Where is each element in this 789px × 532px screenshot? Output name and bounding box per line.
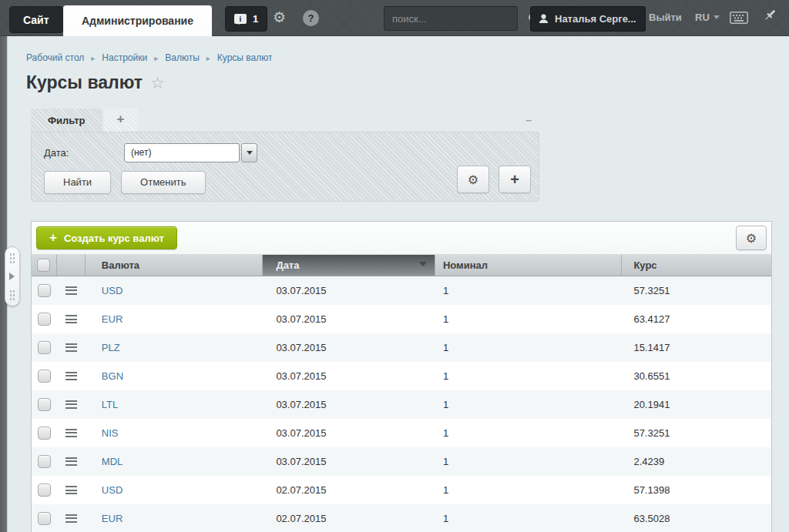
grid-settings-gear-button[interactable]: ⚙ (736, 226, 767, 250)
breadcrumb-desktop[interactable]: Рабочий стол (26, 52, 84, 63)
chevron-down-icon (247, 151, 253, 158)
currency-link[interactable]: MDL (102, 456, 123, 467)
table-row: MDL 03.07.2015 1 2.4239 (32, 447, 771, 476)
row-menu-icon[interactable] (65, 429, 77, 437)
date-cell: 03.07.2015 (263, 390, 435, 419)
settings-gear-icon[interactable]: ⚙ (273, 8, 286, 27)
user-name: Наталья Серге... (555, 13, 636, 25)
breadcrumb-settings[interactable]: Настройки (102, 52, 147, 63)
row-menu-header (57, 255, 86, 276)
date-cell: 03.07.2015 (263, 305, 435, 333)
date-cell: 02.07.2015 (263, 476, 435, 504)
tab-filter[interactable]: Фильтр (31, 109, 102, 132)
table-row: EUR 03.07.2015 1 63.4127 (32, 305, 771, 333)
breadcrumb-currency-rates[interactable]: Курсы валют (217, 52, 273, 63)
row-checkbox[interactable] (38, 455, 51, 468)
nominal-cell: 1 (435, 390, 622, 419)
nominal-cell: 1 (435, 305, 622, 333)
pin-icon[interactable] (761, 8, 778, 26)
currency-link[interactable]: USD (102, 285, 123, 296)
page-title: Курсы валют (26, 72, 143, 93)
date-filter-select[interactable]: (нет) (124, 143, 257, 162)
row-menu-icon[interactable] (65, 400, 77, 409)
create-rate-label: Создать курс валют (64, 233, 164, 244)
filter-settings-gear-button[interactable]: ⚙ (457, 166, 489, 193)
row-menu-icon[interactable] (65, 457, 77, 466)
table-row: BGN 03.07.2015 1 30.6551 (32, 362, 771, 390)
nominal-cell: 1 (435, 419, 622, 447)
find-button[interactable]: Найти (44, 171, 111, 194)
logout-link[interactable]: Выйти (649, 12, 682, 23)
row-menu-icon[interactable] (65, 372, 77, 380)
notification-bubble-icon: i (234, 14, 247, 24)
language-label: RU (695, 12, 710, 23)
currency-link[interactable]: EUR (102, 513, 123, 524)
select-all-checkbox[interactable] (37, 259, 50, 272)
cancel-button[interactable]: Отменить (121, 171, 205, 194)
language-selector[interactable]: RU (695, 12, 720, 23)
breadcrumb-separator-icon: ▸ (206, 54, 210, 62)
currency-link[interactable]: USD (102, 484, 123, 496)
table-header: Валюта Дата Номинал Курс (32, 255, 771, 276)
row-checkbox[interactable] (38, 483, 51, 497)
date-cell: 03.07.2015 (263, 333, 435, 362)
minimize-filter-button[interactable]: – (525, 115, 532, 125)
search-input[interactable] (392, 13, 528, 25)
row-checkbox[interactable] (38, 370, 51, 383)
row-checkbox[interactable] (38, 284, 51, 297)
nominal-cell: 1 (435, 447, 622, 476)
currency-rates-grid: + Создать курс валют ⚙ Валюта Дата Номин… (31, 221, 772, 532)
create-rate-button[interactable]: + Создать курс валют (36, 226, 177, 249)
table-row: LTL 03.07.2015 1 20.1941 (32, 390, 771, 419)
add-filter-tab-button[interactable]: + (104, 109, 138, 132)
row-checkbox[interactable] (38, 427, 51, 440)
help-icon[interactable]: ? (303, 10, 319, 26)
user-menu-button[interactable]: Наталья Серге... (530, 6, 646, 32)
column-header-date[interactable]: Дата (263, 255, 435, 276)
expand-arrow-icon (9, 273, 18, 280)
sort-desc-icon (419, 262, 427, 270)
breadcrumb-separator-icon: ▸ (91, 54, 95, 62)
table-row: PLZ 03.07.2015 1 15.1417 (32, 333, 771, 362)
grid-toolbar: + Создать курс валют ⚙ (32, 222, 771, 255)
user-icon (539, 14, 549, 24)
drag-dots (9, 253, 15, 263)
currency-link[interactable]: PLZ (102, 342, 120, 353)
select-dropdown-button[interactable] (241, 143, 257, 162)
row-checkbox[interactable] (38, 341, 51, 354)
row-menu-icon[interactable] (65, 514, 77, 523)
row-menu-icon[interactable] (65, 486, 77, 494)
tab-administration[interactable]: Администрирование (63, 5, 212, 36)
plus-icon: + (49, 233, 57, 243)
row-menu-icon[interactable] (65, 286, 77, 295)
keyboard-icon[interactable] (730, 12, 748, 24)
currency-link[interactable]: EUR (102, 313, 123, 325)
currency-link[interactable]: NIS (102, 427, 119, 439)
currency-link[interactable]: LTL (102, 399, 118, 410)
nominal-cell: 1 (435, 333, 622, 362)
rate-cell: 57.3251 (622, 419, 771, 447)
column-header-nominal[interactable]: Номинал (435, 255, 622, 276)
date-cell: 03.07.2015 (263, 362, 435, 390)
tab-site[interactable]: Сайт (9, 6, 63, 33)
top-bar: Сайт Администрирование i 1 ⚙ ? Наталья С… (0, 0, 789, 36)
notification-count: 1 (253, 13, 258, 25)
filter-add-button[interactable]: + (499, 166, 531, 193)
nominal-cell: 1 (435, 362, 622, 390)
rate-cell: 57.1398 (622, 476, 771, 504)
currency-link[interactable]: BGN (102, 370, 123, 382)
drag-dots (9, 289, 15, 300)
column-header-rate[interactable]: Курс (622, 255, 771, 276)
row-checkbox[interactable] (38, 313, 51, 326)
row-menu-icon[interactable] (65, 343, 77, 352)
notifications-button[interactable]: i 1 (225, 6, 267, 32)
row-checkbox[interactable] (38, 512, 51, 525)
rate-cell: 2.4239 (622, 447, 771, 476)
favorite-star-icon[interactable]: ☆ (150, 75, 165, 91)
sidebar-expand-handle[interactable] (5, 246, 20, 306)
breadcrumb-currencies[interactable]: Валюты (165, 52, 200, 63)
column-header-currency[interactable]: Валюта (86, 255, 264, 276)
row-menu-icon[interactable] (65, 315, 77, 323)
breadcrumb: Рабочий стол ▸ Настройки ▸ Валюты ▸ Курс… (26, 52, 272, 63)
row-checkbox[interactable] (38, 398, 51, 411)
